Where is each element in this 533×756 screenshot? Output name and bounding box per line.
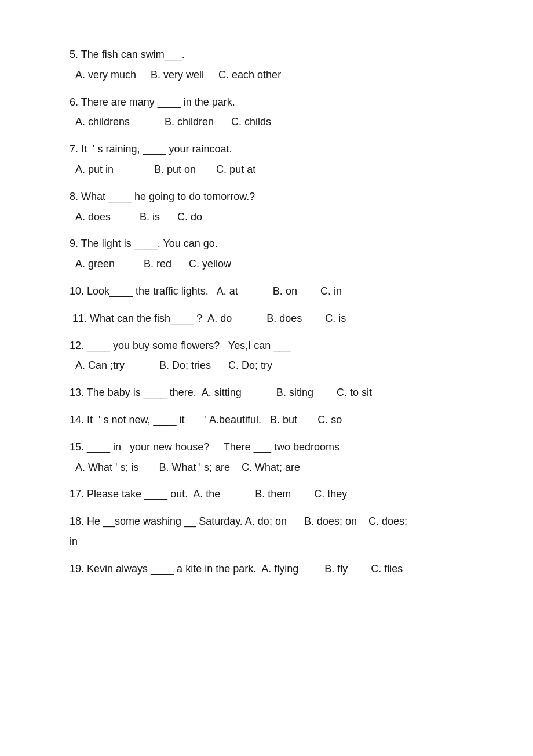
q12-options: A. Can ;try B. Do; tries C. Do; try	[70, 357, 475, 374]
question-12: 12. ____ you buy some flowers? Yes,I can…	[70, 337, 475, 375]
question-8: 8. What ____ he going to do tomorrow.? A…	[70, 188, 475, 226]
q15-text: 15. ____ in your new house? There ___ tw…	[70, 439, 475, 456]
question-6: 6. There are many ____ in the park. A. c…	[70, 94, 475, 131]
q18-text: 18. He __some washing __ Saturday. A. do…	[70, 513, 475, 530]
q11-text: 11. What can the fish____ ? A. do B. doe…	[70, 310, 475, 327]
question-19: 19. Kevin always ____ a kite in the park…	[70, 561, 475, 577]
q12-text: 12. ____ you buy some flowers? Yes,I can…	[70, 337, 475, 354]
q19-text: 19. Kevin always ____ a kite in the park…	[70, 561, 475, 577]
q7-text: 7. It ' s raining, ____ your raincoat.	[70, 141, 475, 158]
questions-container: 5. The fish can swim___. A. very much B.…	[70, 46, 475, 577]
question-15: 15. ____ in your new house? There ___ tw…	[70, 439, 475, 476]
question-7: 7. It ' s raining, ____ your raincoat. A…	[70, 141, 475, 178]
question-5: 5. The fish can swim___. A. very much B.…	[70, 46, 475, 83]
q5-options: A. very much B. very well C. each other	[70, 67, 475, 83]
question-11: 11. What can the fish____ ? A. do B. doe…	[70, 310, 475, 327]
q6-text: 6. There are many ____ in the park.	[70, 94, 475, 111]
q14-text: 14. It ' s not new, ____ it ' A.beautifu…	[70, 412, 475, 428]
q8-options: A. does B. is C. do	[70, 209, 475, 226]
question-10: 10. Look____ the traffic lights. A. at B…	[70, 283, 475, 300]
q6-options: A. childrens B. children C. childs	[70, 114, 475, 130]
question-17: 17. Please take ____ out. A. the B. them…	[70, 486, 475, 503]
question-18: 18. He __some washing __ Saturday. A. do…	[70, 513, 475, 550]
q9-text: 9. The light is ____. You can go.	[70, 235, 475, 252]
q5-text: 5. The fish can swim___.	[70, 46, 475, 63]
q13-text: 13. The baby is ____ there. A. sitting B…	[70, 384, 475, 401]
question-14: 14. It ' s not new, ____ it ' A.beautifu…	[70, 412, 475, 428]
question-13: 13. The baby is ____ there. A. sitting B…	[70, 384, 475, 401]
question-9: 9. The light is ____. You can go. A. gre…	[70, 235, 475, 272]
q9-options: A. green B. red C. yellow	[70, 256, 475, 272]
q17-text: 17. Please take ____ out. A. the B. them…	[70, 486, 475, 503]
q7-options: A. put in B. put on C. put at	[70, 161, 475, 178]
q10-text: 10. Look____ the traffic lights. A. at B…	[70, 283, 475, 300]
q15-options: A. What ' s; is B. What ' s; are C. What…	[70, 459, 475, 476]
q18-continuation: in	[70, 533, 475, 550]
q8-text: 8. What ____ he going to do tomorrow.?	[70, 188, 475, 205]
